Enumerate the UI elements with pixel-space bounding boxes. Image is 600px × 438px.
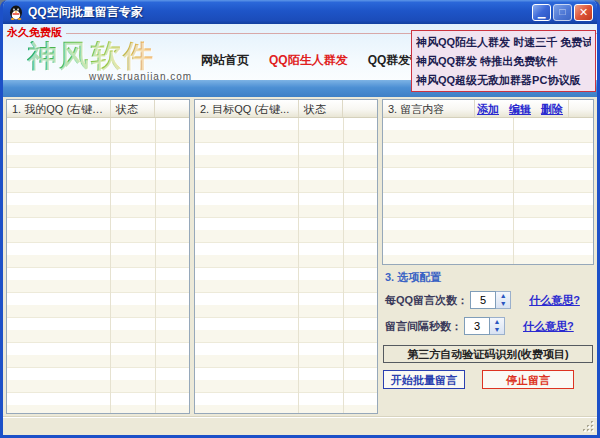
column-separator (110, 118, 111, 413)
target-qq-panel: 2. 目标QQ (右键... 状态 (194, 99, 378, 414)
right-column: 3. 留言内容 添加 编辑 删除 3. 选项配置 每QQ留言次数： (382, 99, 594, 414)
target-qq-list[interactable] (195, 118, 377, 413)
stepper-arrows: ▲ ▼ (496, 291, 511, 309)
message-content-header: 3. 留言内容 添加 编辑 删除 (383, 100, 593, 118)
close-button[interactable]: ✕ (574, 4, 593, 21)
messages-per-qq-stepper: 5 ▲ ▼ (470, 291, 511, 309)
captcha-recognition-button[interactable]: 第三方自动验证码识别(收费项目) (383, 345, 593, 363)
target-qq-empty-column-header[interactable] (343, 100, 377, 117)
status-bar (3, 416, 597, 435)
my-qq-status-column-header[interactable]: 状态 (111, 100, 155, 117)
column-separator (155, 118, 156, 413)
announcement-link-2[interactable]: 神风QQ群发 特推出免费软件 (416, 52, 591, 70)
interval-seconds-label: 留言间隔秒数： (385, 319, 462, 334)
messages-per-qq-row: 每QQ留言次数： 5 ▲ ▼ 什么意思? (385, 291, 593, 309)
column-separator (298, 118, 299, 413)
delete-message-link[interactable]: 删除 (541, 102, 563, 117)
stepper-arrows: ▲ ▼ (490, 317, 505, 335)
qq-penguin-icon (8, 4, 24, 20)
app-window: QQ空间批量留言专家 ▁ □ ✕ 永久免费版 神风软件 www.sruanjia… (0, 0, 600, 438)
resize-grip[interactable] (582, 420, 595, 433)
window-controls: ▁ □ ✕ (532, 4, 593, 21)
stepper-down-icon[interactable]: ▼ (490, 326, 504, 334)
window-title: QQ空间批量留言专家 (28, 4, 532, 21)
interval-seconds-help-link[interactable]: 什么意思? (523, 319, 574, 334)
message-content-column-header[interactable]: 3. 留言内容 (383, 100, 475, 117)
messages-per-qq-label: 每QQ留言次数： (385, 293, 468, 308)
message-empty-column-header[interactable] (569, 100, 593, 117)
interval-seconds-value[interactable]: 3 (464, 317, 490, 335)
target-qq-status-column-header[interactable]: 状态 (299, 100, 343, 117)
target-qq-header: 2. 目标QQ (右键... 状态 (195, 100, 377, 118)
my-qq-panel: 1. 我的QQ (右键添加) 状态 (6, 99, 190, 414)
options-config-section: 3. 选项配置 每QQ留言次数： 5 ▲ ▼ 什么意思? 留言间隔秒数： (382, 265, 594, 389)
my-qq-column-header[interactable]: 1. 我的QQ (右键添加) (7, 100, 111, 117)
start-batch-message-button[interactable]: 开始批量留言 (383, 370, 465, 389)
announcement-link-3[interactable]: 神风QQ超级无敌加群器PC协议版 (416, 71, 591, 89)
maximize-button[interactable]: □ (553, 4, 572, 21)
stop-message-button[interactable]: 停止留言 (482, 370, 574, 389)
action-buttons: 开始批量留言 停止留言 (383, 370, 593, 389)
nav-qq-stranger-send[interactable]: QQ陌生人群发 (269, 52, 348, 69)
target-qq-column-header[interactable]: 2. 目标QQ (右键... (195, 100, 299, 117)
options-config-title: 3. 选项配置 (385, 270, 593, 285)
messages-per-qq-value[interactable]: 5 (470, 291, 496, 309)
messages-per-qq-help-link[interactable]: 什么意思? (529, 293, 580, 308)
main-area: 1. 我的QQ (右键添加) 状态 2. 目标QQ (右键... 状态 (3, 97, 597, 416)
add-message-link[interactable]: 添加 (477, 102, 499, 117)
titlebar[interactable]: QQ空间批量留言专家 ▁ □ ✕ (3, 0, 597, 24)
logo-block: 神风软件 www.sruanjian.com (27, 41, 192, 82)
announcement-box: 神风QQ陌生人群发 时速三千 免费试 神风QQ群发 特推出免费软件 神风QQ超级… (411, 30, 596, 92)
column-separator (343, 118, 344, 413)
stepper-up-icon[interactable]: ▲ (496, 292, 510, 300)
message-content-panel: 3. 留言内容 添加 编辑 删除 (382, 99, 594, 265)
column-separator (513, 118, 514, 264)
stepper-down-icon[interactable]: ▼ (496, 300, 510, 308)
brand-logo: 神风软件 (27, 41, 192, 71)
edit-message-link[interactable]: 编辑 (509, 102, 531, 117)
my-qq-header: 1. 我的QQ (右键添加) 状态 (7, 100, 189, 118)
my-qq-list[interactable] (7, 118, 189, 413)
my-qq-empty-column-header[interactable] (155, 100, 189, 117)
message-toolbar: 添加 编辑 删除 (475, 100, 569, 117)
app-header: 永久免费版 神风软件 www.sruanjian.com 网站首页 QQ陌生人群… (3, 24, 597, 97)
top-nav: 网站首页 QQ陌生人群发 QQ群发营销王 (201, 52, 446, 69)
interval-seconds-row: 留言间隔秒数： 3 ▲ ▼ 什么意思? (385, 317, 593, 335)
interval-seconds-stepper: 3 ▲ ▼ (464, 317, 505, 335)
free-version-label: 永久免费版 (7, 25, 62, 40)
message-content-list[interactable] (383, 118, 593, 264)
announcement-link-1[interactable]: 神风QQ陌生人群发 时速三千 免费试 (416, 33, 591, 51)
minimize-button[interactable]: ▁ (532, 4, 551, 21)
stepper-up-icon[interactable]: ▲ (490, 318, 504, 326)
nav-home[interactable]: 网站首页 (201, 52, 249, 69)
